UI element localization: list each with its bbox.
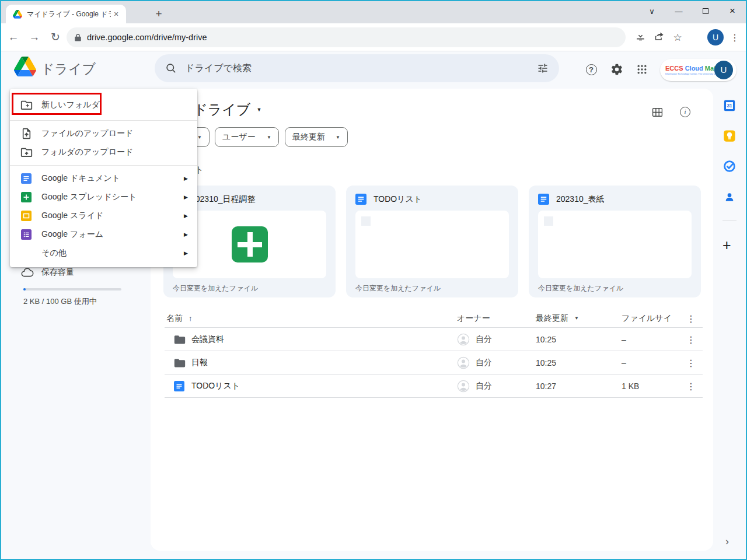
modified-time: 10:25: [536, 358, 556, 368]
url-bar[interactable]: drive.google.com/drive/my-drive: [67, 27, 626, 47]
column-header-name[interactable]: 名前↑: [166, 313, 193, 324]
filter-chip-people[interactable]: ユーザー▼: [215, 127, 279, 147]
browser-window: マイドライブ - Google ドライブ × + ∨ — × ← → ↻ dri…: [0, 0, 747, 560]
new-menu: 新しいフォルダ ファイルのアップロード フォルダのアップロード G: [10, 89, 197, 267]
info-icon[interactable]: i: [676, 103, 694, 121]
browser-menu-icon[interactable]: ⋮: [727, 32, 742, 43]
contacts-icon[interactable]: [723, 191, 736, 204]
file-size: 1 KB: [622, 382, 639, 391]
folder-upload-icon: [19, 145, 33, 159]
tab-close-icon[interactable]: ×: [111, 9, 121, 19]
maximize-button[interactable]: [692, 8, 719, 14]
folder-icon: [174, 358, 186, 368]
badge-subtext: Information Technology Center, The Unive…: [665, 73, 714, 75]
docs-file-icon: [538, 194, 549, 205]
column-header-owner[interactable]: オーナー: [457, 313, 490, 324]
docs-file-icon: [355, 194, 366, 205]
calendar-icon[interactable]: 31: [723, 99, 736, 112]
new-folder-icon: [19, 98, 33, 112]
bookmark-star-icon[interactable]: ☆: [670, 32, 685, 44]
suggested-card-todo[interactable]: TODOリスト 今日変更を加えたファイル: [346, 186, 518, 298]
rail-divider: [722, 220, 736, 220]
card-caption: 今日変更を加えたファイル: [163, 278, 336, 293]
filter-chip-modified[interactable]: 最終更新▼: [285, 127, 348, 147]
modified-time: 10:25: [536, 335, 556, 344]
storage-progress-bar: [23, 288, 121, 290]
storage-section: 保存容量 2 KB / 100 GB 使用中: [1, 267, 149, 278]
show-side-panel-icon[interactable]: ›: [725, 536, 729, 548]
file-name: TODOリスト: [191, 381, 240, 391]
row-options-icon[interactable]: ⋮: [683, 380, 699, 391]
url-text: drive.google.com/drive/my-drive: [87, 33, 207, 42]
suggested-card-cover[interactable]: 202310_表紙 今日変更を加えたファイル: [529, 186, 701, 298]
grid-view-toggle-icon[interactable]: [648, 103, 666, 121]
menu-item-google-slides[interactable]: Google スライド ▶: [10, 206, 197, 225]
close-button[interactable]: ×: [719, 5, 746, 17]
main-content-panel: マイドライブ▼ i 種類▼ ユーザー▼ 最終更新▼ サジェスト: [151, 89, 713, 551]
menu-item-google-forms[interactable]: Google フォーム ▶: [10, 225, 197, 244]
svg-text:31: 31: [727, 103, 732, 108]
chevron-down-icon: ▼: [574, 316, 579, 321]
file-name: 会議資料: [191, 334, 224, 345]
cloud-icon: [21, 267, 34, 278]
card-thumbnail: [355, 211, 509, 278]
title-dropdown-icon: ▼: [256, 107, 261, 113]
tab-title: マイドライブ - Google ドライブ: [27, 9, 111, 19]
share-icon[interactable]: [651, 31, 666, 44]
apps-grid-icon[interactable]: [634, 61, 650, 78]
row-options-icon[interactable]: ⋮: [683, 334, 699, 345]
column-options-icon[interactable]: ⋮: [683, 313, 699, 324]
browser-tab[interactable]: マイドライブ - Google ドライブ ×: [6, 5, 126, 23]
search-options-icon[interactable]: [537, 62, 549, 74]
search-icon: [165, 62, 177, 74]
storage-label[interactable]: 保存容量: [41, 267, 74, 278]
slides-icon: [19, 209, 33, 223]
browser-profile-avatar[interactable]: U: [707, 29, 724, 46]
menu-item-more[interactable]: その他 ▶: [10, 244, 197, 262]
submenu-arrow-icon: ▶: [184, 176, 188, 181]
file-name: 日報: [191, 358, 208, 368]
drive-logo[interactable]: [14, 57, 36, 79]
tab-search-icon[interactable]: ∨: [638, 7, 665, 16]
side-panel-rail: 31 + ›: [713, 51, 746, 559]
reload-button[interactable]: ↻: [47, 30, 64, 44]
back-button[interactable]: ←: [5, 31, 22, 44]
forms-icon: [19, 228, 33, 242]
column-header-size[interactable]: ファイルサイ: [622, 313, 672, 324]
menu-item-folder-upload[interactable]: フォルダのアップロード: [10, 143, 197, 162]
badge-logo-text: ECCS Cloud Mail: [665, 65, 714, 72]
folder-icon: [174, 334, 186, 345]
menu-item-new-folder[interactable]: 新しいフォルダ: [10, 93, 197, 117]
row-options-icon[interactable]: ⋮: [683, 357, 699, 368]
download-icon[interactable]: [633, 31, 648, 44]
drive-favicon: [13, 10, 22, 19]
submenu-arrow-icon: ▶: [184, 232, 188, 237]
minimize-button[interactable]: —: [665, 7, 692, 16]
owner-name: 自分: [476, 334, 492, 345]
search-input[interactable]: ドライブで検索: [155, 54, 559, 82]
file-row-folder[interactable]: 日報 自分 10:25 – ⋮: [165, 351, 703, 374]
card-caption: 今日変更を加えたファイル: [346, 278, 518, 293]
tasks-icon[interactable]: [723, 160, 736, 173]
file-row-folder[interactable]: 会議資料 自分 10:25 – ⋮: [165, 328, 703, 351]
keep-icon[interactable]: [723, 130, 736, 142]
drive-app: ドライブ ドライブで検索 ? ECCS Cloud Mail: [1, 51, 746, 559]
new-tab-button[interactable]: +: [152, 8, 166, 22]
owner-name: 自分: [476, 381, 492, 391]
forward-button[interactable]: →: [26, 31, 43, 44]
submenu-arrow-icon: ▶: [184, 194, 188, 200]
lock-icon: [75, 33, 81, 41]
chevron-down-icon: ▼: [267, 135, 271, 140]
menu-item-file-upload[interactable]: ファイルのアップロード: [10, 124, 197, 143]
sort-ascending-icon: ↑: [189, 314, 193, 323]
menu-item-google-docs[interactable]: Google ドキュメント ▶: [10, 169, 197, 188]
settings-gear-icon[interactable]: [609, 61, 625, 78]
card-title: 202310_表紙: [556, 194, 605, 205]
column-header-modified[interactable]: 最終更新▼: [536, 313, 579, 324]
menu-item-google-sheets[interactable]: Google スプレッドシート ▶: [10, 188, 197, 206]
chevron-down-icon: ▼: [336, 135, 340, 140]
file-row-document[interactable]: TODOリスト 自分 10:27 1 KB ⋮: [165, 374, 703, 398]
tab-strip: マイドライブ - Google ドライブ × + ∨ — ×: [1, 1, 746, 23]
get-add-ons-icon[interactable]: +: [722, 237, 731, 254]
help-icon[interactable]: ?: [583, 61, 599, 78]
